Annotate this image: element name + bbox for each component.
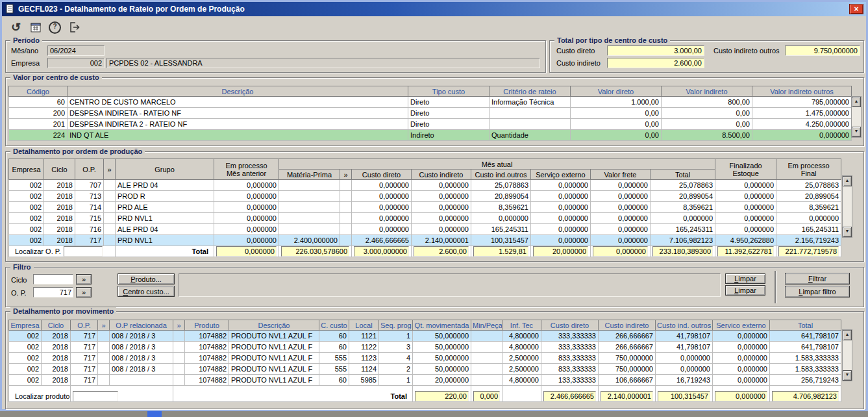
cell-custo-direto[interactable]: 0,000000 xyxy=(352,213,412,224)
cell-servico-externo[interactable]: 0,000000 xyxy=(713,375,770,386)
cell-custo-direto[interactable]: 833,333333 xyxy=(541,353,599,364)
column-header-valor-indireto-outros[interactable]: Valor indireto outros xyxy=(752,86,852,97)
cell-servico-externo[interactable]: 0,000000 xyxy=(531,213,591,224)
localizar-produto-input[interactable] xyxy=(73,391,118,401)
cell-em-processo-final[interactable]: 2.156,719243 xyxy=(776,235,841,246)
cell-em-processo-final[interactable]: 0,000000 xyxy=(776,213,841,224)
cell-empresa[interactable]: 002 xyxy=(9,364,42,375)
cell-chevron[interactable] xyxy=(98,331,110,342)
cell-total[interactable]: 165,245311 xyxy=(651,224,715,235)
cell-valor-indireto-outros[interactable]: 0,000000 xyxy=(752,130,852,141)
cell-valor-direto[interactable]: 0,00 xyxy=(571,108,662,119)
cell-finalizado[interactable]: 0,000000 xyxy=(715,224,776,235)
column-header-op-relacionada[interactable]: O.P relacionada xyxy=(110,320,173,331)
cell-custo-ind-outros[interactable]: 16,719243 xyxy=(656,375,713,386)
cell-op[interactable]: 717 xyxy=(71,375,98,386)
cell-grupo[interactable]: PRD NVL1 xyxy=(116,235,214,246)
cell-custo-direto[interactable]: 333,333333 xyxy=(541,342,599,353)
cell-chevron[interactable] xyxy=(104,191,116,202)
cell-servico-externo[interactable]: 0,000000 xyxy=(713,364,770,375)
cell-ciclo[interactable]: 2018 xyxy=(44,191,75,202)
cell-empresa[interactable]: 002 xyxy=(9,191,44,202)
cell-custo-indireto[interactable]: 0,000000 xyxy=(412,191,471,202)
cell-custo-ind-outros[interactable]: 0,000000 xyxy=(656,364,713,375)
cell-ciclo[interactable]: 2018 xyxy=(42,353,71,364)
cell-min-peca[interactable] xyxy=(471,353,502,364)
cell-empresa[interactable]: 002 xyxy=(9,342,42,353)
cell-op[interactable]: 717 xyxy=(75,235,104,246)
limpar-centro-custo-button[interactable]: Limpar xyxy=(725,285,765,296)
column-header-total[interactable]: Total xyxy=(770,320,841,331)
column-header-inf-tec[interactable]: Inf. Tec xyxy=(502,320,541,331)
cell-total[interactable]: 7.106,982123 xyxy=(651,235,715,246)
column-header-empresa[interactable]: Empresa xyxy=(9,320,42,331)
cell-op-relacionada[interactable]: 008 / 2018 / 3 xyxy=(110,331,173,342)
cell-custo-direto[interactable]: 2.466,666665 xyxy=(352,235,412,246)
cell-custo-indireto[interactable]: 0,000000 xyxy=(412,180,471,191)
cell-custo-indireto[interactable]: 266,666667 xyxy=(599,342,656,353)
cell-custo-indireto[interactable]: 0,000000 xyxy=(412,224,471,235)
cell-custo-ind-outros[interactable]: 41,798107 xyxy=(656,342,713,353)
cell-materia-prima[interactable]: 2.400,000000 xyxy=(279,235,340,246)
cell-op-relacionada[interactable]: 008 / 2018 / 3 xyxy=(110,364,173,375)
cell-op-relacionada[interactable] xyxy=(110,375,173,386)
column-header-em-processo-anterior[interactable]: Em processo Mês anterior xyxy=(214,159,279,180)
centro-custo-button[interactable]: Centro custo... xyxy=(118,286,175,297)
cell-empresa[interactable]: 002 xyxy=(9,375,42,386)
cell-total[interactable]: 1.583,333333 xyxy=(770,353,841,364)
cell-materia-prima[interactable] xyxy=(279,224,340,235)
column-header-descricao[interactable]: Descrição xyxy=(68,86,408,97)
cell-valor-indireto[interactable]: 800,00 xyxy=(662,97,752,108)
cell-em-processo-final[interactable]: 165,245311 xyxy=(776,224,841,235)
cell-op[interactable]: 717 xyxy=(71,353,98,364)
cell-mes-anterior[interactable]: 0,000000 xyxy=(214,213,279,224)
cell-finalizado[interactable]: 0,000000 xyxy=(715,191,776,202)
table-row[interactable]: 002 2018 707 ALE PRD 04 0,000000 0,00000… xyxy=(9,180,841,191)
cell-chevron[interactable] xyxy=(98,364,110,375)
cell-op[interactable]: 717 xyxy=(71,364,98,375)
scroll-up-button[interactable]: ▲ xyxy=(843,330,852,340)
filtro-op-input[interactable] xyxy=(33,287,73,297)
column-header-custo-ind-outros[interactable]: Custo ind.outros xyxy=(471,170,531,180)
cell-qt-movimentada[interactable]: 50,000000 xyxy=(413,342,471,353)
cell-total[interactable]: 0,000000 xyxy=(651,213,715,224)
op-lookup-button[interactable]: » xyxy=(76,287,92,297)
cell-custo-direto[interactable]: 0,000000 xyxy=(352,224,412,235)
cell-criterio[interactable]: Informação Técnica xyxy=(490,97,571,108)
cell-chevron[interactable] xyxy=(340,191,352,202)
cell-chevron[interactable] xyxy=(173,342,185,353)
cell-descricao[interactable]: PRODUTO NVL1 AZUL F xyxy=(229,342,319,353)
cell-min-peca[interactable] xyxy=(471,331,502,342)
cell-grupo[interactable]: ALE PRD 04 xyxy=(116,180,214,191)
cell-op[interactable]: 717 xyxy=(71,331,98,342)
column-header-codigo[interactable]: Código xyxy=(9,86,68,97)
column-header-op[interactable]: O.P. xyxy=(71,320,98,331)
cell-valor-direto[interactable]: 0,00 xyxy=(571,130,662,141)
column-header-servico-externo[interactable]: Serviço externo xyxy=(531,170,591,180)
cell-chevron[interactable] xyxy=(340,180,352,191)
cell-servico-externo[interactable]: 0,000000 xyxy=(713,353,770,364)
cell-empresa[interactable]: 002 xyxy=(9,180,44,191)
cell-chevron[interactable] xyxy=(340,224,352,235)
cell-chevron[interactable] xyxy=(104,213,116,224)
cell-op[interactable]: 707 xyxy=(75,180,104,191)
cell-descricao[interactable]: DESPESA INDIRETA - RATEIO NF xyxy=(68,108,408,119)
cell-c-custo[interactable]: 60 xyxy=(319,375,349,386)
cell-descricao[interactable]: PRODUTO NVL1 AZUL F xyxy=(229,331,319,342)
cell-servico-externo[interactable]: 0,000000 xyxy=(531,224,591,235)
table-row[interactable]: 002 2018 717 008 / 2018 / 3 1074882 PROD… xyxy=(9,331,841,342)
cell-mes-anterior[interactable]: 0,000000 xyxy=(214,224,279,235)
cell-materia-prima[interactable] xyxy=(279,191,340,202)
table-row[interactable]: 201 DESPESA INDIRETA 2 - RATEIO NF Diret… xyxy=(9,119,852,130)
cell-custo-direto[interactable]: 333,333333 xyxy=(541,331,599,342)
scroll-down-button[interactable]: ▼ xyxy=(843,370,852,381)
cell-em-processo-final[interactable]: 8,359621 xyxy=(776,202,841,213)
cell-min-peca[interactable] xyxy=(471,342,502,353)
cell-descricao[interactable]: IND QT ALE xyxy=(68,130,408,141)
cell-servico-externo[interactable]: 0,000000 xyxy=(713,342,770,353)
column-header-chevron[interactable]: » xyxy=(173,320,185,331)
cell-custo-ind-outros[interactable]: 20,899054 xyxy=(471,191,531,202)
cell-empresa[interactable]: 002 xyxy=(9,353,42,364)
cell-total[interactable]: 8,359621 xyxy=(651,202,715,213)
cell-op[interactable]: 713 xyxy=(75,191,104,202)
